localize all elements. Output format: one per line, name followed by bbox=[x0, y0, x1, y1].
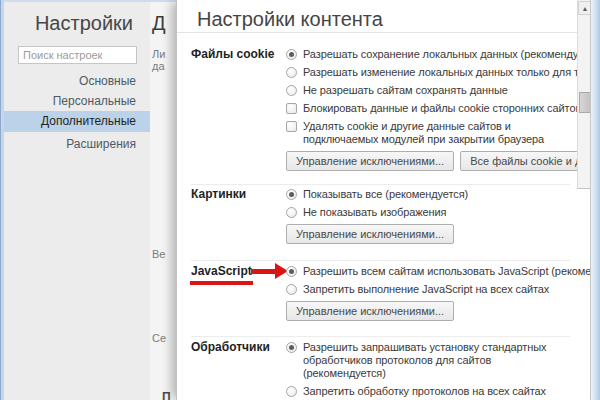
javascript-allow-option[interactable]: Разрешить всем сайтам использовать JavaS… bbox=[286, 265, 576, 278]
sidebar-item-advanced[interactable]: Дополнительные bbox=[4, 111, 150, 132]
option-label: Блокировать данные и файлы cookie сторон… bbox=[303, 102, 581, 115]
dialog-title: Настройки контента bbox=[197, 8, 383, 30]
search-settings-input[interactable] bbox=[18, 46, 137, 64]
option-label: Показывать все (рекомендуется) bbox=[303, 188, 468, 201]
page-label-fragment: да bbox=[152, 60, 165, 72]
page-behind-overlay: Д Ли да Ве Се П bbox=[150, 2, 176, 400]
cookies-session-only-option[interactable]: Разрешать изменение локальных данных тол… bbox=[286, 66, 576, 79]
scrollbar-thumb[interactable] bbox=[579, 92, 591, 113]
radio-icon[interactable] bbox=[286, 207, 297, 218]
page-heading-fragment: Д bbox=[152, 12, 166, 35]
option-label: Разрешать сохранение локальных данных (р… bbox=[303, 48, 591, 61]
section-label-handlers: Обработчики bbox=[191, 341, 286, 354]
page-label-fragment: Ли bbox=[152, 48, 165, 60]
sidebar-item-basics[interactable]: Основные bbox=[4, 73, 150, 90]
dialog-scrollbar[interactable]: ▲ bbox=[577, 0, 591, 189]
section-label-cookies: Файлы cookie bbox=[191, 48, 286, 61]
option-label: Не разрешать сайтам сохранять данные bbox=[303, 84, 508, 97]
section-label-javascript: JavaScript bbox=[191, 265, 286, 278]
annotation-underline bbox=[190, 281, 253, 285]
window-right-border bbox=[591, 0, 600, 400]
radio-checked-icon[interactable] bbox=[286, 342, 297, 353]
option-label: Запретить выполнение JavaScript на всех … bbox=[303, 283, 549, 296]
option-label: Разрешить запрашивать установку стандарт… bbox=[303, 341, 576, 380]
title-divider bbox=[177, 32, 590, 33]
cookies-block-third-party-checkbox[interactable]: Блокировать данные и файлы cookie сторон… bbox=[286, 102, 576, 115]
settings-sidebar: Настройки Основные Персональные Дополнит… bbox=[4, 2, 150, 400]
option-label: Разрешить всем сайтам использовать JavaS… bbox=[303, 265, 591, 278]
manage-exceptions-button[interactable]: Управление исключениями... bbox=[286, 151, 454, 171]
cookies-block-option[interactable]: Не разрешать сайтам сохранять данные bbox=[286, 84, 576, 97]
radio-checked-icon[interactable] bbox=[286, 49, 297, 60]
content-settings-dialog: Настройки контента Файлы cookie Разрешат… bbox=[176, 0, 591, 400]
radio-icon[interactable] bbox=[286, 284, 297, 295]
page-label-fragment: Ве bbox=[152, 248, 165, 260]
annotation-arrow-shaft bbox=[251, 269, 277, 274]
radio-checked-icon[interactable] bbox=[286, 189, 297, 200]
checkbox-icon[interactable] bbox=[286, 103, 297, 114]
page-label-fragment: Се bbox=[152, 332, 166, 344]
javascript-block-option[interactable]: Запретить выполнение JavaScript на всех … bbox=[286, 283, 576, 296]
option-label: Не показывать изображения bbox=[303, 206, 446, 219]
handlers-block-option[interactable]: Запретить обработку протоколов на всех с… bbox=[286, 385, 576, 398]
cookies-clear-on-exit-checkbox[interactable]: Удалять cookie и другие данные сайтов и … bbox=[286, 120, 576, 146]
option-label: Удалять cookie и другие данные сайтов и … bbox=[303, 120, 576, 146]
scrollbar-up-arrow-icon[interactable]: ▲ bbox=[578, 1, 591, 15]
images-hide-option[interactable]: Не показывать изображения bbox=[286, 206, 576, 219]
section-divider bbox=[191, 260, 570, 261]
section-images: Картинки Показывать все (рекомендуется) … bbox=[191, 188, 576, 244]
checkbox-icon[interactable] bbox=[286, 121, 297, 132]
page-label-fragment: П bbox=[162, 390, 171, 400]
radio-icon[interactable] bbox=[286, 85, 297, 96]
section-divider bbox=[191, 184, 570, 185]
radio-icon[interactable] bbox=[286, 386, 297, 397]
section-cookies: Файлы cookie Разрешать сохранение локаль… bbox=[191, 48, 576, 171]
radio-checked-icon[interactable] bbox=[286, 266, 297, 277]
manage-exceptions-button[interactable]: Управление исключениями... bbox=[286, 224, 454, 244]
sidebar-title: Настройки bbox=[4, 12, 133, 34]
manage-exceptions-button[interactable]: Управление исключениями... bbox=[286, 301, 454, 321]
section-javascript: JavaScript Разрешить всем сайтам использ… bbox=[191, 265, 576, 321]
sidebar-item-extensions[interactable]: Расширения bbox=[4, 136, 150, 153]
section-handlers: Обработчики Разрешить запрашивать устано… bbox=[191, 341, 576, 400]
images-show-all-option[interactable]: Показывать все (рекомендуется) bbox=[286, 188, 576, 201]
cookies-allow-local-data-option[interactable]: Разрешать сохранение локальных данных (р… bbox=[286, 48, 576, 61]
option-label: Запретить обработку протоколов на всех с… bbox=[303, 385, 546, 398]
all-cookies-site-data-button[interactable]: Все файлы cookie и данные сайтов... bbox=[460, 151, 591, 171]
sidebar-item-personal[interactable]: Персональные bbox=[4, 93, 150, 110]
option-label: Разрешать изменение локальных данных тол… bbox=[303, 66, 591, 79]
handlers-allow-option[interactable]: Разрешить запрашивать установку стандарт… bbox=[286, 341, 576, 380]
section-divider bbox=[191, 336, 570, 337]
section-label-images: Картинки bbox=[191, 188, 286, 201]
radio-icon[interactable] bbox=[286, 67, 297, 78]
